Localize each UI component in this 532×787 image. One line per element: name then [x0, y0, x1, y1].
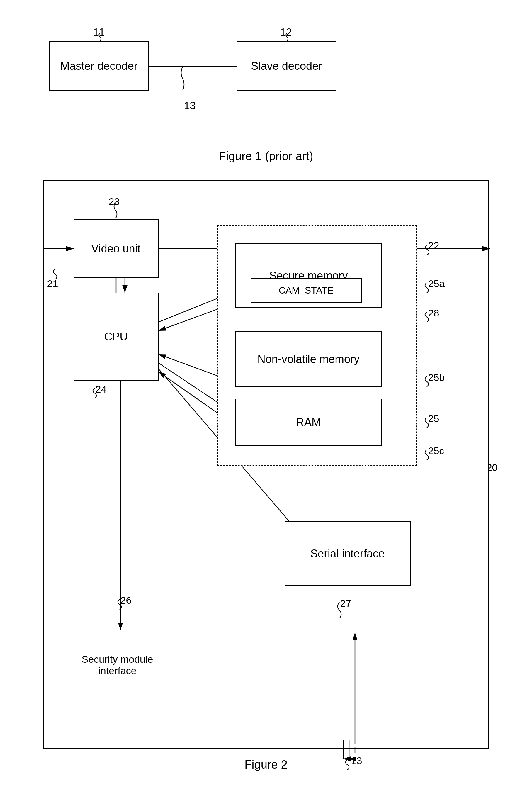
squiggle-27	[334, 602, 345, 618]
slave-decoder-label: Slave decoder	[251, 60, 322, 72]
cam-state-label: CAM_STATE	[279, 285, 334, 296]
figure-1: 11 12 Master decoder Slave decoder 13	[32, 18, 501, 141]
memory-group-box: Secure memory CAM_STATE Non-volatile mem…	[217, 225, 417, 466]
master-decoder-box: Master decoder	[49, 41, 149, 91]
fig2-caption: Figure 2	[244, 758, 288, 771]
serial-interface-label: Serial interface	[310, 548, 384, 560]
squiggle-26	[115, 599, 125, 610]
video-unit-box: Video unit	[73, 219, 159, 278]
squiggle-23	[111, 202, 120, 218]
cam-state-box: CAM_STATE	[251, 278, 362, 303]
label-13: 13	[184, 100, 196, 112]
master-decoder-label: Master decoder	[60, 60, 137, 72]
security-module-box: Security module interface	[62, 630, 173, 700]
serial-interface-box: Serial interface	[285, 522, 411, 586]
squiggle-12	[283, 33, 291, 41]
cpu-label: CPU	[104, 331, 128, 343]
label-21: 21	[47, 278, 58, 290]
squiggle-22	[422, 244, 433, 255]
squiggle-25a	[422, 283, 432, 293]
figure-2-box: 21 Video unit 23 CPU 24	[43, 180, 489, 749]
nonvolatile-box: Non-volatile memory	[235, 331, 382, 387]
figure-2-outer: 20	[32, 180, 501, 749]
squiggle-25b	[422, 377, 432, 387]
cpu-box: CPU	[73, 293, 159, 381]
slave-decoder-box: Slave decoder	[237, 41, 336, 91]
squiggle-25	[422, 418, 432, 428]
fig1-caption: Figure 1 (prior art)	[219, 150, 313, 163]
nonvolatile-label: Non-volatile memory	[257, 353, 359, 366]
squiggle-13-fig2	[342, 760, 353, 770]
squiggle-13-fig1	[175, 67, 190, 99]
squiggle-24	[90, 388, 100, 399]
fig1-connector	[149, 66, 237, 67]
ram-label: RAM	[296, 416, 321, 429]
squiggle-28	[422, 312, 432, 322]
secure-memory-box: Secure memory CAM_STATE	[235, 243, 382, 308]
squiggle-11	[95, 33, 104, 41]
page: 11 12 Master decoder Slave decoder 13 Fi…	[0, 0, 532, 787]
ram-box: RAM	[235, 399, 382, 446]
squiggle-21	[50, 269, 60, 279]
video-unit-label: Video unit	[91, 242, 140, 255]
security-module-label: Security module interface	[62, 654, 173, 677]
squiggle-25c	[422, 450, 432, 460]
label-13-fig2: 13	[351, 755, 362, 766]
